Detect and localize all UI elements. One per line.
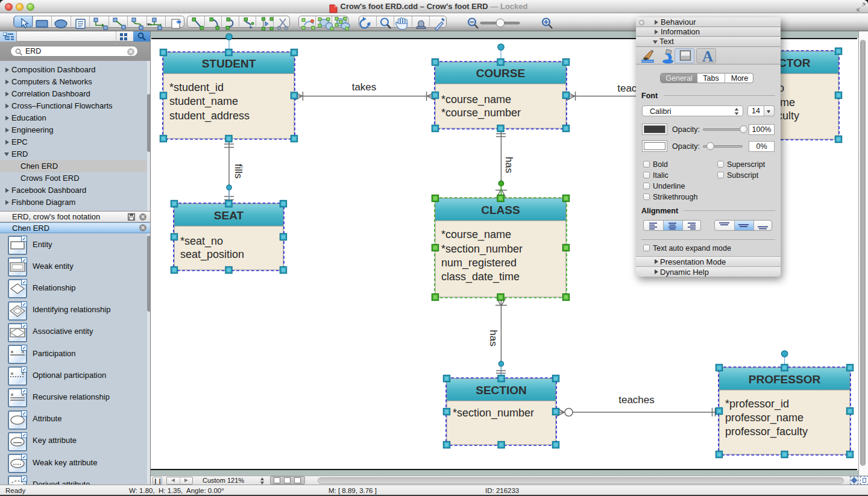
svg-text:professor_faculty: professor_faculty xyxy=(725,425,808,438)
svg-text:*section_number: *section_number xyxy=(441,243,523,256)
svg-text:professor_name: professor_name xyxy=(725,412,804,424)
svg-text:takes: takes xyxy=(352,81,377,93)
svg-text:COURSE: COURSE xyxy=(476,67,525,80)
svg-text:*course_name: *course_name xyxy=(441,228,511,241)
svg-text:*section_number: *section_number xyxy=(453,407,534,419)
svg-text:fills: fills xyxy=(233,164,244,179)
svg-text:*course_name: *course_name xyxy=(441,93,511,106)
svg-text:STUDENT: STUDENT xyxy=(202,57,256,70)
svg-text:seat_position: seat_position xyxy=(180,248,244,261)
svg-text:has: has xyxy=(503,157,515,173)
svg-text:student_name: student_name xyxy=(169,95,238,108)
svg-text:*course_number: *course_number xyxy=(441,107,521,119)
svg-text:*seat_no: *seat_no xyxy=(180,235,223,248)
svg-text:has: has xyxy=(488,330,499,346)
svg-text:SECTION: SECTION xyxy=(476,384,526,397)
svg-text:num_registered: num_registered xyxy=(441,257,517,269)
svg-text:PROFESSOR: PROFESSOR xyxy=(749,373,821,386)
svg-text:A: A xyxy=(702,48,713,64)
svg-text:SEAT: SEAT xyxy=(214,209,244,222)
svg-text:*professor_id: *professor_id xyxy=(725,398,789,410)
svg-text:CLASS: CLASS xyxy=(481,204,520,216)
svg-text:class_date_time: class_date_time xyxy=(441,271,520,283)
svg-text:*student_id: *student_id xyxy=(169,81,224,94)
svg-text:teaches: teaches xyxy=(618,394,655,406)
svg-text:student_address: student_address xyxy=(169,110,250,122)
